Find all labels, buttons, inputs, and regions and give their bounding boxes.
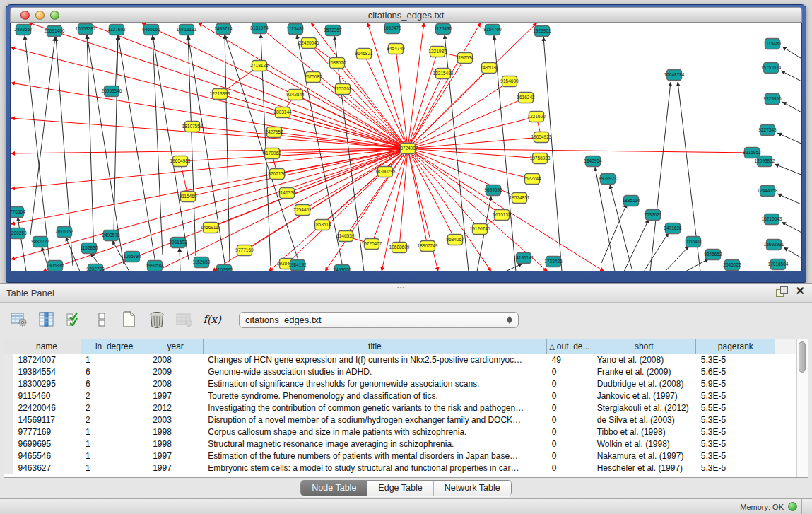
graph-node[interactable]: 8938923 <box>599 174 617 185</box>
column-header-name[interactable]: name <box>13 339 81 354</box>
table-cell[interactable]: 49 <box>547 354 592 366</box>
table-cell[interactable]: 9463627 <box>13 462 81 474</box>
graph-node[interactable]: 2061503 <box>169 238 187 248</box>
column-header-out_de[interactable]: △out_de... <box>547 339 592 354</box>
column-header-in_degree[interactable]: in_degree <box>81 339 148 354</box>
graph-node[interactable]: 19756928 <box>530 153 551 164</box>
table-cell[interactable]: 0 <box>547 390 592 402</box>
graph-node[interactable]: 9115460 <box>180 192 197 202</box>
graph-node[interactable]: 17016504 <box>768 259 789 270</box>
table-cell[interactable]: Disruption of a novel member of a sodium… <box>203 414 546 426</box>
graph-node[interactable]: 20053346 <box>102 86 122 97</box>
table-cell[interactable]: Changes of HCN gene expression and I(f) … <box>203 354 546 366</box>
create-table-icon[interactable] <box>120 310 139 329</box>
graph-node[interactable]: 9777169 <box>235 245 254 256</box>
table-cell[interactable]: 5.5E-5 <box>696 402 775 414</box>
table-cell[interactable]: 5.3E-5 <box>696 462 775 474</box>
graph-node[interactable]: 2522744 <box>523 174 541 185</box>
graph-node[interactable]: 18107554 <box>182 122 203 132</box>
graph-node[interactable]: 9329966 <box>763 94 782 105</box>
table-cell[interactable]: 5.3E-5 <box>696 450 775 462</box>
graph-node[interactable]: 9242844 <box>286 90 305 100</box>
graph-node[interactable]: 7254401 <box>293 205 312 216</box>
graph-node[interactable]: 22420046 <box>299 38 319 49</box>
graph-node[interactable]: 6466160 <box>142 25 160 35</box>
table-cell[interactable]: 1 <box>81 354 148 366</box>
delete-table-icon[interactable] <box>148 310 166 329</box>
graph-node[interactable]: 1835114 <box>623 196 640 206</box>
table-cell[interactable]: 19384554 <box>13 366 81 378</box>
graph-node[interactable]: 15692931 <box>764 240 784 250</box>
graph-node[interactable]: 9882222 <box>31 237 49 247</box>
graph-node[interactable]: 16210643 <box>762 214 782 225</box>
table-cell[interactable]: 1 <box>81 450 148 462</box>
table-row[interactable]: 1938455462009Genome-wide association stu… <box>4 366 796 378</box>
table-row[interactable]: 946554611997Estimation of the future num… <box>4 450 796 462</box>
table-cell[interactable]: 9115460 <box>13 390 81 402</box>
table-row[interactable]: 969969511998Structural magnetic resonanc… <box>4 438 796 450</box>
column-header-year[interactable]: year <box>148 339 203 354</box>
float-panel-icon[interactable] <box>776 286 787 296</box>
table-cell[interactable]: Nakamura et al. (1997) <box>592 450 696 462</box>
table-cell[interactable]: 2 <box>81 390 148 402</box>
table-cell[interactable]: 1998 <box>148 438 203 450</box>
graph-node[interactable]: 1146539 <box>337 231 355 242</box>
tab-node-table[interactable]: Node Table <box>301 481 367 496</box>
graph-node[interactable]: 18724007 <box>398 144 418 154</box>
graph-node[interactable]: 15751074 <box>761 63 782 74</box>
table-cell[interactable]: 2 <box>81 402 148 414</box>
table-row[interactable]: 977716911998Corpus callosum shape and si… <box>4 426 796 438</box>
table-cell[interactable]: 5.3E-5 <box>696 438 775 450</box>
table-cell[interactable]: Genome-wide association studies in ADHD. <box>203 366 546 378</box>
table-cell[interactable]: 5.9E-5 <box>696 378 775 390</box>
table-cell[interactable]: de Silva et al. (2003) <box>592 414 696 426</box>
graph-node[interactable]: 1616242 <box>517 93 535 103</box>
graph-node[interactable]: 1615132 <box>493 210 511 221</box>
graph-node[interactable]: 1221987 <box>428 47 447 57</box>
table-cell[interactable]: 18724007 <box>13 354 81 366</box>
table-cell[interactable]: 2 <box>81 414 148 426</box>
function-builder-icon[interactable]: f(x) <box>203 310 221 329</box>
table-cell[interactable]: 0 <box>547 462 592 474</box>
graph-node[interactable]: 9684067 <box>446 235 464 245</box>
graph-node[interactable]: 1152659 <box>193 257 211 268</box>
graph-node[interactable]: 8471626 <box>664 223 682 234</box>
table-row[interactable]: 2242004622012Investigating the contribut… <box>4 402 796 414</box>
graph-node[interactable]: 1588520 <box>328 58 346 69</box>
graph-node[interactable]: 1990584 <box>146 261 164 271</box>
graph-node[interactable]: 1984192 <box>288 260 307 271</box>
table-settings-icon[interactable] <box>10 310 28 329</box>
table-cell[interactable]: Dudbridge et al. (2008) <box>592 378 696 390</box>
table-cell[interactable]: 1997 <box>148 390 203 402</box>
graph-node[interactable]: 9776564 <box>11 207 25 218</box>
graph-node[interactable]: 9202780 <box>86 264 105 272</box>
table-cell[interactable]: Stergiakouli et al. (2012) <box>592 402 696 414</box>
table-cell[interactable]: 1997 <box>148 462 203 474</box>
table-cell[interactable]: Investigating the contribution of common… <box>203 402 546 414</box>
table-selector-dropdown[interactable]: citations_edges.txt <box>239 312 519 328</box>
window-titlebar[interactable]: citations_edges.txt <box>10 7 802 23</box>
panel-collapse-arrow[interactable]: ▸ <box>7 240 10 246</box>
splitter-handle[interactable]: ••• <box>397 284 405 291</box>
graph-node[interactable]: 12093832 <box>755 156 775 167</box>
graph-node[interactable]: 19654923 <box>531 132 552 143</box>
table-cell[interactable]: 2009 <box>148 366 203 378</box>
table-cell[interactable]: 0 <box>547 426 592 438</box>
graph-node[interactable]: 1152830 <box>81 243 98 254</box>
table-cell[interactable]: Franke et al. (2009) <box>592 366 696 378</box>
table-cell[interactable]: 1 <box>81 438 148 450</box>
graph-node[interactable]: 9245652 <box>704 250 722 260</box>
table-row[interactable]: 1456911722003Disruption of a novel membe… <box>4 414 796 426</box>
graph-node[interactable]: 1155202 <box>334 84 352 95</box>
column-header-title[interactable]: title <box>203 339 546 354</box>
graph-node[interactable]: 2803144 <box>273 107 292 118</box>
graph-node[interactable]: 10653287 <box>76 24 96 35</box>
table-cell[interactable]: 2012 <box>148 402 203 414</box>
graph-node[interactable]: 1840954 <box>584 156 602 167</box>
graph-node[interactable]: 1290253 <box>11 228 27 239</box>
table-cell[interactable]: 5.3E-5 <box>696 354 775 366</box>
graph-node[interactable]: 9146821 <box>355 49 373 59</box>
table-cell[interactable]: Estimation of the future numbers of pati… <box>203 450 546 462</box>
graph-node[interactable]: 12215493 <box>433 69 454 79</box>
graph-node[interactable]: 14196141 <box>514 253 534 264</box>
